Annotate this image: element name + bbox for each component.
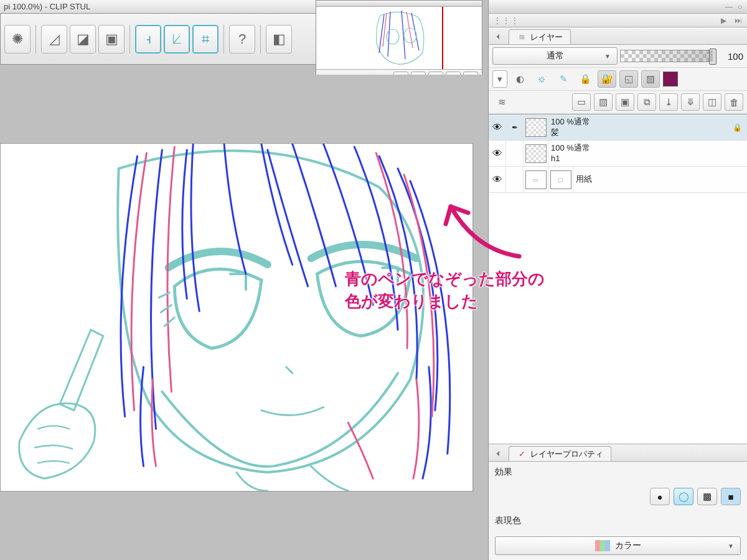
tab-layers[interactable]: ≋ レイヤー <box>509 29 571 44</box>
layer-row[interactable]: 👁 ✒ 100 %通常 髪 🔒 <box>489 114 747 141</box>
new-raster-layer-icon[interactable]: ▭ <box>572 93 591 111</box>
main-toolbar: ✺ ◿ ◪ ▣ ⫞ ⟀ ⌗ ? ◧ <box>0 14 336 65</box>
new-folder-icon[interactable]: ▣ <box>616 93 634 111</box>
collapse-panel-icon[interactable]: ⏴ <box>492 30 504 42</box>
brush-prop-icon: ✓ <box>517 449 527 459</box>
separator <box>260 25 261 54</box>
pen-icon: ✒ <box>512 123 518 132</box>
tool-gradient2-icon[interactable]: ◪ <box>70 25 96 54</box>
eye-icon: 👁 <box>492 122 502 133</box>
collapse-prop-icon[interactable]: ⏴ <box>492 447 504 459</box>
opacity-slider[interactable] <box>620 50 713 62</box>
navigator-preview[interactable] <box>316 7 482 69</box>
folder-in-icon[interactable]: ⧉ <box>637 93 656 111</box>
separator <box>223 25 224 54</box>
layer-label: 100 %通常 h1 <box>548 143 590 164</box>
eye-icon: 👁 <box>492 174 502 185</box>
layer-color-swatch[interactable] <box>663 72 678 86</box>
separator <box>35 25 36 54</box>
help-icon[interactable]: ? <box>229 25 255 54</box>
snap-grid-icon[interactable]: ⌗ <box>192 25 218 54</box>
layers-merge-icon[interactable]: ≋ <box>492 93 511 111</box>
navigator-viewport-indicator <box>442 7 443 69</box>
app-title: pi 100.0%) - CLIP STUL <box>4 2 90 11</box>
mask-apply-icon[interactable]: ◫ <box>703 93 721 111</box>
layer-prop-tabs: ⏴ ✓ レイヤープロパティ <box>489 444 747 462</box>
right-panel-column: — ○ ⋮⋮⋮ ▶ ⏭ ⏴ ≋ レイヤー 通常 100 ▾ ◐ <box>488 0 747 560</box>
tool-sun-icon[interactable]: ✺ <box>4 25 31 54</box>
layer-panel: 通常 100 ▾ ◐ ⛭ ✎ 🔒 🔐 ◱ ▨ ≋ ▭ ▧ ▣ ⧉ <box>489 45 747 114</box>
tab-layer-property[interactable]: ✓ レイヤープロパティ <box>509 446 611 461</box>
separator <box>129 25 130 54</box>
layer-property-panel: ⏴ ✓ レイヤープロパティ 効果 ● ◯ ▩ ■ 表現色 カラー <box>489 444 747 560</box>
scroll-arrow-icon[interactable]: ▶ <box>721 16 726 25</box>
layer-mask-icon[interactable]: ◐ <box>510 70 529 88</box>
reference-layer-icon[interactable]: ⛭ <box>532 70 551 88</box>
drawing-canvas[interactable] <box>0 143 473 492</box>
layer-color-effect-icon[interactable]: ■ <box>721 488 741 505</box>
color-bars-icon <box>595 540 610 551</box>
snap-vertical-icon[interactable]: ⫞ <box>135 25 161 54</box>
edit-target[interactable] <box>506 141 524 167</box>
new-vector-layer-icon[interactable]: ▧ <box>594 93 613 111</box>
lock-transparency-icon[interactable]: 🔐 <box>598 70 616 88</box>
opacity-value[interactable]: 100 <box>716 51 743 62</box>
blend-mode-select[interactable]: 通常 <box>492 47 618 65</box>
canvas-area <box>0 75 488 560</box>
window-close-icon[interactable]: ○ <box>738 2 742 11</box>
layer-label: 用紙 <box>573 174 592 184</box>
paper-icon: ▢ <box>550 170 571 189</box>
tab-layer-property-label: レイヤープロパティ <box>530 449 603 460</box>
panel-window-chrome: — ○ <box>489 0 747 14</box>
panel-grip[interactable]: ⋮⋮⋮ ▶ ⏭ <box>489 14 747 27</box>
blend-mode-value: 通常 <box>547 50 564 62</box>
draft-layer-icon[interactable]: ✎ <box>554 70 573 88</box>
clip-layer-icon[interactable]: ◱ <box>619 70 638 88</box>
delete-layer-icon[interactable]: 🗑 <box>725 93 743 111</box>
visibility-toggle[interactable]: 👁 <box>489 167 506 193</box>
window-min-icon[interactable]: — <box>725 2 733 11</box>
color-mode-select[interactable]: カラー <box>495 536 741 555</box>
tool-gradient1-icon[interactable]: ◿ <box>41 25 67 54</box>
grip-dots-icon: ⋮⋮⋮ <box>494 16 520 25</box>
layer-panel-tabs: ⏴ ≋ レイヤー <box>489 27 747 45</box>
eye-icon: 👁 <box>492 148 502 159</box>
layer-thumb: ▭ <box>525 170 547 189</box>
opacity-handle[interactable] <box>709 49 716 65</box>
palette-dropdown-icon[interactable]: ▾ <box>492 70 507 88</box>
transfer-down-icon[interactable]: ⤓ <box>659 93 678 111</box>
layer-label: 100 %通常 髪 <box>548 117 590 138</box>
svg-point-0 <box>387 29 399 44</box>
combine-down-icon[interactable]: ⤋ <box>681 93 700 111</box>
layer-list: 👁 ✒ 100 %通常 髪 🔒 👁 100 %通常 h1 👁 ▭ ▢ 用紙 <box>489 114 747 444</box>
layer-row[interactable]: 👁 100 %通常 h1 <box>489 141 747 167</box>
tool-marquee-icon[interactable]: ▣ <box>98 25 125 54</box>
effect-section-label: 効果 <box>489 462 747 483</box>
layer-lock-icon[interactable]: 🔒 <box>731 121 743 134</box>
app-titlebar: pi 100.0%) - CLIP STUL <box>0 0 336 14</box>
visibility-toggle[interactable]: 👁 <box>489 141 506 167</box>
pattern-effect-icon[interactable]: ▩ <box>697 488 717 505</box>
tab-layers-label: レイヤー <box>530 32 563 43</box>
edit-target[interactable]: ✒ <box>506 114 524 141</box>
layer-thumb <box>525 144 547 163</box>
edit-target[interactable] <box>506 167 524 193</box>
lock-icon[interactable]: 🔒 <box>576 70 594 88</box>
layer-thumb <box>525 118 547 137</box>
scroll-end-icon[interactable]: ⏭ <box>735 16 742 25</box>
visibility-toggle[interactable]: 👁 <box>489 114 506 141</box>
layers-stack-icon: ≋ <box>517 32 527 42</box>
ruler-options-icon[interactable]: ▨ <box>641 70 660 88</box>
layer-row[interactable]: 👁 ▭ ▢ 用紙 <box>489 167 747 193</box>
eraser-icon[interactable]: ◧ <box>266 25 292 54</box>
border-effect-icon[interactable]: ● <box>650 488 670 505</box>
color-mode-value: カラー <box>615 540 641 551</box>
navigator-titlebar[interactable] <box>316 1 482 7</box>
color-expr-label: 表現色 <box>489 510 747 531</box>
snap-angle-icon[interactable]: ⟀ <box>164 25 190 54</box>
tone-effect-icon[interactable]: ◯ <box>674 488 693 505</box>
